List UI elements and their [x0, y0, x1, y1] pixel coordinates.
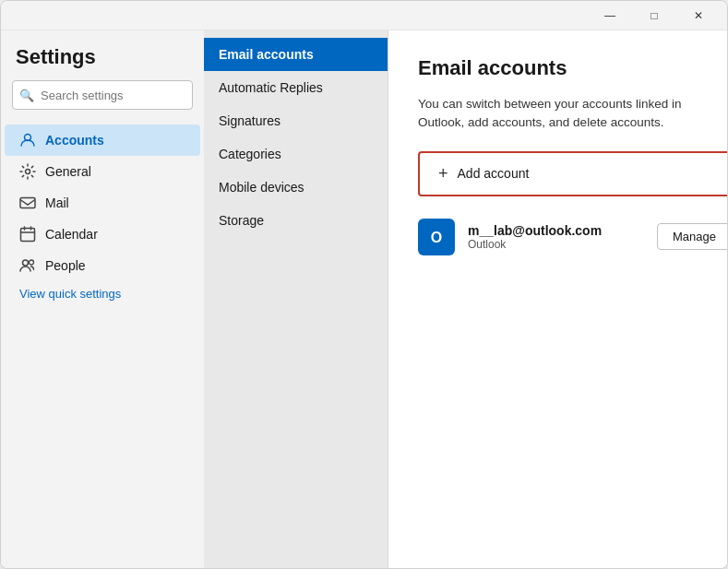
add-account-button[interactable]: + Add account [418, 151, 727, 196]
content-area: Email accounts You can switch between yo… [388, 30, 727, 568]
svg-rect-2 [20, 198, 35, 208]
add-account-label: Add account [458, 166, 530, 181]
outlook-logo-icon: O [424, 224, 449, 250]
search-icon: 🔍 [19, 89, 34, 102]
sidebar-item-calendar-label: Calendar [45, 227, 98, 242]
manage-button[interactable]: Manage [657, 223, 727, 250]
svg-point-1 [26, 170, 30, 174]
svg-rect-3 [21, 229, 35, 242]
mid-nav-email-accounts[interactable]: Email accounts [204, 38, 388, 71]
calendar-icon [19, 226, 36, 243]
sidebar-item-accounts-label: Accounts [45, 133, 104, 148]
mid-nav-categories[interactable]: Categories [204, 137, 388, 171]
svg-point-5 [30, 260, 34, 265]
svg-text:O: O [431, 230, 442, 245]
mid-nav: Email accounts Automatic Replies Signatu… [204, 30, 388, 568]
view-quick-settings-link[interactable]: View quick settings [5, 281, 200, 306]
sidebar-item-people[interactable]: People [5, 250, 200, 281]
gear-icon [19, 163, 36, 180]
mid-nav-storage[interactable]: Storage [204, 204, 388, 237]
window-controls: — □ ✕ [589, 3, 720, 29]
sidebar-item-accounts[interactable]: Accounts [5, 124, 200, 156]
maximize-button[interactable]: □ [633, 3, 675, 29]
sidebar-item-people-label: People [45, 258, 86, 273]
sidebar-item-mail[interactable]: Mail [5, 187, 200, 219]
search-box[interactable]: 🔍 [12, 80, 193, 110]
mid-nav-automatic-replies[interactable]: Automatic Replies [204, 71, 388, 104]
sidebar-item-calendar[interactable]: Calendar [5, 219, 200, 250]
account-info: m__lab@outlook.com Outlook [468, 223, 644, 251]
account-logo: O [418, 219, 455, 255]
sidebar-title: Settings [1, 45, 204, 80]
mail-icon [19, 195, 36, 211]
mid-nav-mobile-devices[interactable]: Mobile devices [204, 171, 388, 204]
mid-nav-signatures[interactable]: Signatures [204, 104, 388, 137]
plus-icon: + [438, 164, 448, 184]
svg-point-4 [23, 260, 29, 266]
search-input[interactable] [12, 80, 193, 110]
account-email: m__lab@outlook.com [468, 223, 644, 238]
content-description: You can switch between your accounts lin… [418, 95, 698, 133]
people-icon [19, 257, 36, 274]
sidebar-item-mail-label: Mail [45, 196, 69, 210]
accounts-icon [19, 132, 36, 148]
minimize-button[interactable]: — [589, 3, 631, 29]
account-item: O m__lab@outlook.com Outlook Manage [418, 219, 727, 255]
sidebar: Settings 🔍 Accounts [1, 30, 204, 568]
account-type: Outlook [468, 238, 644, 251]
close-button[interactable]: ✕ [677, 3, 720, 29]
title-bar: — □ ✕ [1, 1, 727, 30]
sidebar-item-general-label: General [45, 164, 91, 179]
main-layout: Settings 🔍 Accounts [1, 30, 727, 568]
page-title: Email accounts [418, 56, 698, 80]
sidebar-item-general[interactable]: General [5, 156, 200, 187]
settings-window: — □ ✕ Settings 🔍 Accounts [0, 0, 728, 569]
